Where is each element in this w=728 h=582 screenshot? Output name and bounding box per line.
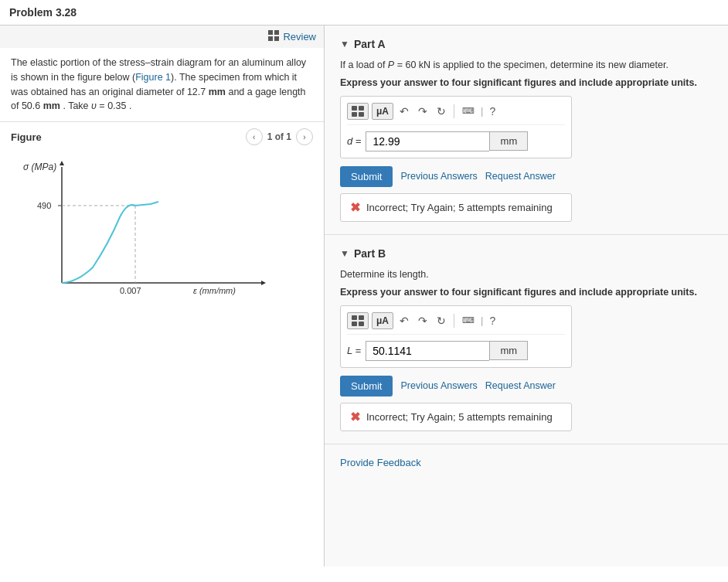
review-bar: Review	[0, 26, 324, 48]
svg-rect-21	[352, 322, 357, 326]
part-b-header: ▼ Part B	[340, 247, 713, 260]
figure-next-btn[interactable]: ›	[296, 128, 313, 145]
part-b-mu-icon[interactable]: μA	[372, 312, 393, 329]
part-b-title: Part B	[354, 247, 386, 260]
left-panel: Review The elastic portion of the stress…	[0, 26, 325, 567]
part-a-error-box: ✖ Incorrect; Try Again; 5 attempts remai…	[340, 193, 572, 222]
part-b-collapse-arrow[interactable]: ▼	[340, 248, 349, 259]
svg-marker-14	[60, 161, 64, 165]
part-b-refresh-btn[interactable]: ↻	[434, 313, 449, 328]
review-link[interactable]: Review	[283, 31, 316, 43]
problem-text-part5: .	[126, 100, 131, 111]
part-b-error-icon: ✖	[350, 410, 360, 424]
part-a-section: ▼ Part A If a load of P = 60 kN is appli…	[325, 26, 728, 235]
unit-mm1: mm	[209, 87, 226, 97]
part-b-unit: mm	[489, 341, 528, 360]
part-b-actions: Submit Previous Answers Request Answer	[340, 376, 713, 397]
page-container: Problem 3.28 Review The elastic portion …	[0, 0, 728, 582]
part-a-undo-btn[interactable]: ↶	[396, 104, 412, 119]
svg-rect-3	[274, 36, 279, 41]
part-b-divider2: |	[481, 315, 483, 326]
part-a-toolbar-divider	[454, 104, 454, 118]
part-b-input[interactable]	[366, 341, 489, 361]
part-a-unit: mm	[489, 131, 528, 151]
part-b-answer-box: μA ↶ ↷ ↻ ⌨ | ? L = mm	[340, 305, 572, 368]
figure-label: Figure	[11, 131, 42, 143]
part-b-submit-btn[interactable]: Submit	[340, 376, 393, 397]
svg-marker-13	[261, 281, 266, 285]
part-a-actions: Submit Previous Answers Request Answer	[340, 166, 713, 187]
figure-prev-btn[interactable]: ‹	[246, 128, 263, 145]
part-a-toolbar: μA ↶ ↷ ↻ ⌨ | ?	[347, 103, 565, 125]
part-b-keyboard-btn[interactable]: ⌨	[459, 314, 478, 327]
svg-rect-17	[352, 112, 357, 117]
part-a-error-icon: ✖	[350, 200, 360, 215]
svg-rect-1	[274, 30, 279, 35]
part-a-header: ▼ Part A	[340, 38, 713, 50]
svg-rect-20	[359, 315, 364, 320]
review-icon	[268, 30, 279, 43]
part-a-request-answer-link[interactable]: Request Answer	[485, 171, 556, 182]
main-layout: Review The elastic portion of the stress…	[0, 26, 728, 567]
nu-value: υ = 0.35	[91, 100, 126, 111]
part-b-toolbar: μA ↶ ↷ ↻ ⌨ | ?	[347, 312, 565, 335]
part-a-divider2: |	[481, 105, 483, 117]
figure-header: Figure ‹ 1 of 1 ›	[0, 122, 324, 151]
provide-feedback-section: Provide Feedback	[325, 444, 728, 481]
part-b-section: ▼ Part B Determine its length. Express y…	[325, 235, 728, 444]
part-a-collapse-arrow[interactable]: ▼	[340, 39, 349, 49]
svg-rect-22	[359, 322, 364, 326]
part-a-refresh-btn[interactable]: ↻	[434, 104, 449, 119]
part-a-help-btn[interactable]: ?	[486, 104, 498, 119]
provide-feedback-link[interactable]: Provide Feedback	[340, 457, 421, 468]
part-a-input-label: d =	[347, 135, 361, 147]
part-a-input-row: d = mm	[347, 131, 565, 151]
part-b-input-row: L = mm	[347, 341, 565, 361]
svg-rect-18	[359, 112, 364, 117]
part-a-grid-icon[interactable]	[347, 103, 369, 120]
stress-strain-chart: σ (MPa) 490 0.007	[15, 159, 286, 298]
svg-text:0.007: 0.007	[120, 286, 141, 295]
svg-rect-0	[268, 30, 273, 35]
figure-nav: ‹ 1 of 1 ›	[246, 128, 313, 145]
svg-rect-16	[359, 106, 364, 111]
part-b-toolbar-divider	[454, 314, 454, 328]
part-b-instruction: Express your answer to four significant …	[340, 287, 713, 298]
part-a-title: Part A	[354, 38, 386, 50]
svg-text:490: 490	[37, 201, 51, 210]
right-panel: ▼ Part A If a load of P = 60 kN is appli…	[325, 26, 728, 567]
part-b-error-box: ✖ Incorrect; Try Again; 5 attempts remai…	[340, 403, 572, 431]
part-b-help-btn[interactable]: ?	[486, 313, 498, 328]
figure-page-indicator: 1 of 1	[267, 131, 291, 142]
part-a-description: If a load of P = 60 kN is applied to the…	[340, 58, 713, 73]
problem-text-part4: . Take	[60, 100, 91, 111]
part-b-grid-icon[interactable]	[347, 312, 369, 329]
svg-rect-15	[352, 106, 357, 111]
part-a-submit-btn[interactable]: Submit	[340, 166, 393, 187]
problem-title: Problem 3.28	[0, 0, 728, 26]
part-b-redo-btn[interactable]: ↷	[415, 313, 430, 328]
part-a-keyboard-btn[interactable]: ⌨	[459, 104, 478, 117]
part-a-answer-box: μA ↶ ↷ ↻ ⌨ | ? d = mm	[340, 96, 572, 158]
part-a-error-message: Incorrect; Try Again; 5 attempts remaini…	[366, 202, 553, 213]
part-a-instruction: Express your answer to four significant …	[340, 77, 713, 88]
part-b-input-label: L =	[347, 345, 361, 356]
problem-text: The elastic portion of the stress–strain…	[0, 48, 324, 122]
chart-area: σ (MPa) 490 0.007	[0, 151, 324, 316]
part-b-undo-btn[interactable]: ↶	[396, 313, 412, 328]
part-b-description: Determine its length.	[340, 267, 713, 282]
part-b-request-answer-link[interactable]: Request Answer	[485, 380, 556, 391]
svg-rect-19	[352, 315, 357, 320]
part-a-mu-icon[interactable]: μA	[372, 103, 393, 120]
svg-rect-2	[268, 36, 273, 41]
unit-mm2: mm	[43, 100, 60, 111]
part-a-redo-btn[interactable]: ↷	[415, 104, 430, 119]
figure-link[interactable]: Figure 1	[135, 72, 171, 83]
part-b-previous-answers-link[interactable]: Previous Answers	[400, 380, 477, 391]
part-a-input[interactable]	[366, 131, 489, 151]
svg-text:ε (mm/mm): ε (mm/mm)	[193, 286, 236, 295]
part-b-error-message: Incorrect; Try Again; 5 attempts remaini…	[366, 411, 553, 423]
part-a-previous-answers-link[interactable]: Previous Answers	[400, 171, 477, 182]
svg-text:σ (MPa): σ (MPa)	[23, 162, 56, 172]
